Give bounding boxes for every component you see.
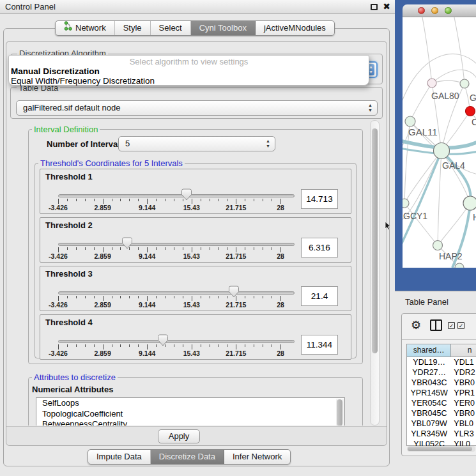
label-gal4: GAL4 — [442, 160, 465, 171]
tick-mark — [120, 247, 121, 250]
close-traffic-light-icon[interactable] — [418, 7, 425, 14]
column-layout-icon[interactable] — [430, 319, 442, 331]
cell-shared-name[interactable]: YDR27… — [407, 367, 451, 378]
cell-name[interactable]: YBR0 — [451, 408, 476, 418]
cell-name[interactable]: YDL1 — [451, 357, 476, 367]
threshold-4-slider[interactable] — [58, 340, 295, 343]
threshold-2-value[interactable]: 6.316 — [301, 238, 338, 257]
mouse-cursor — [385, 221, 392, 231]
threshold-2-slider-thumb[interactable] — [122, 237, 132, 249]
table-row[interactable]: YBR045CYBR0 — [407, 408, 476, 418]
cell-shared-name[interactable]: YDL19… — [407, 357, 451, 367]
close-icon[interactable]: ✖ — [383, 1, 390, 12]
threshold-3-slider-thumb[interactable] — [229, 286, 239, 298]
label-gal11: GAL11 — [408, 127, 438, 137]
cell-name[interactable]: YDR2 — [451, 367, 476, 378]
tick-label: 2.859 — [94, 349, 111, 357]
tick-mark — [236, 199, 236, 204]
apply-button[interactable]: Apply — [158, 429, 200, 443]
table-row[interactable]: YDR27…YDR2 — [407, 367, 476, 378]
popup-item-equal-width[interactable]: Equal Width/Frequency Discretization — [11, 76, 155, 86]
threshold-4-slider-thumb[interactable] — [158, 334, 168, 346]
threshold-1-slider[interactable] — [58, 194, 295, 197]
cell-name[interactable]: YER0 — [451, 398, 476, 408]
threshold-3-slider[interactable] — [58, 291, 295, 295]
table-row[interactable]: YBL079WYBL0 — [407, 418, 476, 429]
tick-mark — [272, 199, 272, 201]
tick-label: 9.144 — [139, 349, 155, 357]
attribute-item[interactable]: TopologicalCoefficient — [36, 409, 344, 420]
tick-mark — [120, 344, 121, 347]
table-row[interactable]: YPR145WYPR1 — [407, 388, 476, 398]
cell-shared-name[interactable]: YER054C — [407, 398, 451, 408]
checkbox-icon[interactable]: ✓ — [448, 322, 455, 329]
algorithm-dropdown-popup: Select algorithm to view settings Manual… — [8, 55, 369, 86]
label-c-partial: C — [472, 117, 476, 127]
tab-label: Cyni Toolbox — [199, 21, 247, 35]
tick-mark — [165, 296, 165, 298]
mode-tab-infer-network[interactable]: Infer Network — [224, 450, 290, 464]
tick-mark — [174, 344, 174, 347]
float-window-icon[interactable] — [371, 4, 378, 10]
network-window: GAL80 GA C GAL11 GAL4 GCY1 H HAP2 — [395, 0, 476, 291]
cell-name[interactable]: YBL0 — [451, 418, 476, 429]
cell-name[interactable]: YPR1 — [451, 388, 476, 398]
threshold-1-slider-thumb[interactable] — [181, 188, 192, 201]
table-hscrollbar[interactable] — [407, 446, 475, 452]
table-data-combo[interactable]: galFiltered.sif default node ▲▼ — [16, 100, 378, 116]
column-header-name[interactable]: n — [451, 344, 476, 357]
table-row[interactable]: YBR043CYBR0 — [407, 378, 476, 388]
gear-icon[interactable]: ⚙ — [411, 319, 421, 332]
tab-cyni-toolbox[interactable]: Cyni Toolbox — [191, 21, 256, 35]
table-data-combo-value: galFiltered.sif default node — [23, 103, 120, 112]
network-canvas[interactable]: GAL80 GA C GAL11 GAL4 GCY1 H HAP2 — [403, 17, 476, 268]
zoom-traffic-light-icon[interactable] — [445, 7, 452, 14]
threshold-1-value[interactable]: 14.713 — [301, 189, 338, 209]
network-nodes[interactable] — [403, 79, 476, 268]
tab-jactivemnodules[interactable]: jActiveMNodules — [256, 21, 334, 35]
table-row[interactable]: YDL19…YDL1 — [407, 357, 476, 367]
threshold-1-label: Threshold 1 — [45, 172, 93, 181]
cell-shared-name[interactable]: YPR145W — [407, 388, 451, 398]
cell-name[interactable]: YBR0 — [451, 378, 476, 388]
threshold-4-value[interactable]: 11.344 — [301, 335, 338, 355]
tick-mark — [201, 344, 201, 347]
tick-mark — [219, 296, 219, 298]
tick-label: -3.426 — [49, 301, 68, 309]
network-window-titlebar[interactable] — [403, 4, 476, 17]
cell-name[interactable]: YLR3 — [451, 429, 476, 439]
attribute-item[interactable]: SelfLoops — [36, 398, 344, 409]
mode-tab-impute-data[interactable]: Impute Data — [88, 450, 151, 464]
tab-select[interactable]: Select — [151, 21, 191, 35]
number-of-intervals-combo[interactable]: 5 ▲▼ — [118, 136, 275, 151]
cell-shared-name[interactable]: YLR345W — [407, 429, 451, 439]
threshold-2-slider[interactable] — [58, 243, 295, 246]
combo-stepper-icon: ▲▼ — [367, 103, 374, 113]
attributes-scrollbar[interactable] — [336, 399, 344, 427]
tick-label: 9.144 — [139, 301, 155, 309]
cell-shared-name[interactable]: YBR045C — [407, 408, 451, 418]
mode-tab-discretize-data[interactable]: Discretize Data — [151, 450, 224, 464]
numerical-attributes-list[interactable]: SelfLoopsTopologicalCoefficientBetweenne… — [36, 397, 345, 427]
tick-label: 28 — [277, 301, 284, 309]
settings-scrollbar[interactable] — [370, 120, 380, 426]
tab-style[interactable]: Style — [115, 21, 151, 35]
tick-mark — [94, 296, 95, 298]
popup-item-manual-discretization[interactable]: Manual Discretization — [11, 66, 100, 76]
tick-mark — [263, 247, 263, 250]
tick-label: 2.859 — [94, 301, 111, 309]
tick-mark — [219, 199, 219, 201]
popup-placeholder-item[interactable]: Select algorithm to view settings — [9, 57, 369, 66]
minimize-traffic-light-icon[interactable] — [431, 7, 438, 14]
tab-network[interactable]: Network — [56, 21, 115, 35]
checkbox-icon[interactable]: ✓ — [457, 322, 464, 329]
threshold-3-value[interactable]: 21.4 — [301, 286, 338, 306]
tick-mark — [67, 296, 68, 298]
cell-shared-name[interactable]: YBR043C — [407, 378, 451, 388]
table-row[interactable]: YER054CYER0 — [407, 398, 476, 408]
column-header-shared-name[interactable]: shared… — [407, 344, 451, 357]
table-row[interactable]: YLR345WYLR3 — [407, 429, 476, 439]
tick-mark — [227, 247, 227, 250]
cell-shared-name[interactable]: YBL079W — [407, 418, 451, 429]
tick-mark — [245, 247, 245, 250]
